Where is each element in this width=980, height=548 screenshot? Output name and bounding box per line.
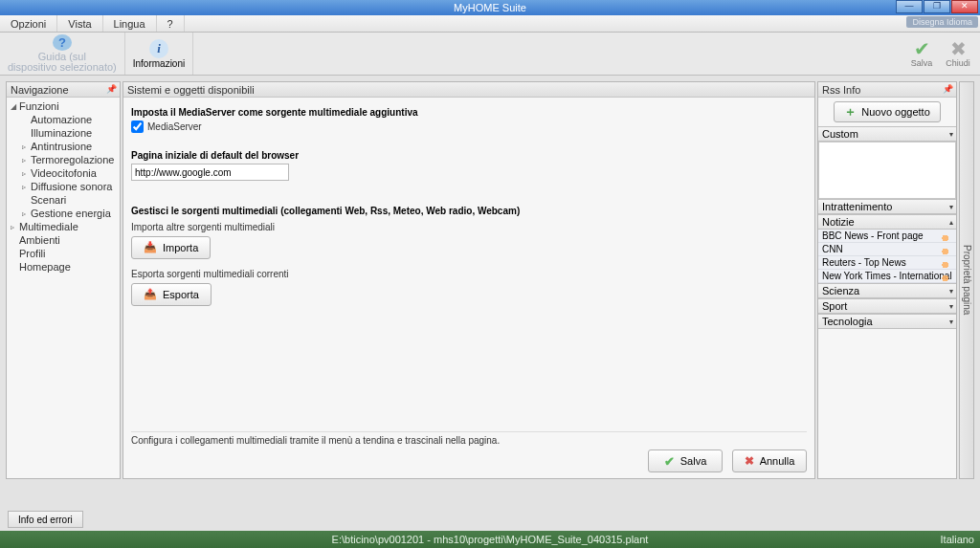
window-close-button[interactable]: ✕: [951, 0, 978, 13]
tree-item[interactable]: Profili: [7, 247, 120, 260]
chevron-down-icon: ▾: [949, 302, 953, 311]
check-icon: ✔: [664, 454, 675, 469]
chevron-up-icon: ▴: [949, 218, 953, 227]
chevron-down-icon: ▾: [949, 287, 953, 296]
tree-item[interactable]: ▹Gestione energia: [7, 207, 120, 220]
info-errors-tab[interactable]: Info ed errori: [8, 511, 83, 528]
mediaserver-label: MediaServer: [147, 121, 202, 132]
export-button[interactable]: 📤 Esporta: [131, 283, 212, 306]
close-icon: ✖: [950, 39, 967, 58]
rss-icon: [942, 272, 953, 281]
tree-item[interactable]: Homepage: [7, 260, 120, 274]
export-icon: 📤: [144, 288, 157, 301]
import-button[interactable]: 📥 Importa: [131, 236, 211, 259]
tree-item[interactable]: Ambienti: [7, 233, 120, 247]
tree-item[interactable]: ▹Multimediale: [7, 220, 120, 233]
tree-item[interactable]: Automazione: [7, 113, 120, 126]
chevron-down-icon: ▾: [949, 318, 953, 326]
chevron-down-icon: ▾: [949, 203, 953, 211]
save-button[interactable]: ✔ Salva: [648, 449, 723, 472]
tree-item[interactable]: ◢Funzioni: [7, 99, 120, 113]
maximize-button[interactable]: ❐: [924, 0, 950, 13]
main-hint: Configura i collegamenti multimediali tr…: [131, 431, 807, 446]
tree-item[interactable]: ▹Antintrusione: [7, 140, 120, 153]
toolbar-save-button[interactable]: ✔ Salva: [905, 34, 938, 73]
new-object-button[interactable]: ＋ Nuovo oggetto: [834, 101, 941, 122]
chevron-down-icon: ▾: [949, 130, 953, 139]
import-desc: Importa altre sorgenti multimediali: [131, 222, 807, 232]
cat-intrattenimento[interactable]: Intrattenimento▾: [818, 199, 956, 214]
cat-notizie[interactable]: Notizie▴: [818, 214, 956, 230]
section-browser-heading: Pagina iniziale di default del browser: [131, 150, 807, 161]
cancel-icon: ✖: [745, 454, 754, 468]
tree-item[interactable]: ▹Termoregolazione: [7, 153, 120, 166]
pin-icon[interactable]: 📌: [106, 84, 117, 94]
toolbar-guide-button[interactable]: ? Guida (sul dispositivo selezionato): [0, 33, 125, 75]
section-sources-heading: Gestisci le sorgenti multimediali (colle…: [131, 206, 807, 216]
plus-icon: ＋: [844, 103, 857, 121]
tree-item[interactable]: Scenari: [7, 193, 120, 207]
navigation-panel: Navigazione 📌 ◢FunzioniAutomazioneIllumi…: [6, 81, 121, 479]
toolbar-info-label: Informazioni: [133, 59, 185, 69]
main-panel: Sistemi e oggetti disponibili Imposta il…: [122, 81, 815, 479]
cat-tecnologia[interactable]: Tecnologia▾: [818, 314, 956, 329]
status-path: E:\bticino\pv001201 - mhs10\progetti\MyH…: [332, 534, 649, 545]
window-title: MyHOME Suite: [454, 2, 526, 13]
menu-opzioni[interactable]: Opzioni: [0, 15, 57, 32]
check-icon: ✔: [914, 39, 930, 58]
mediaserver-checkbox[interactable]: [131, 121, 144, 133]
rss-icon: [942, 245, 953, 254]
toolbar-info-button[interactable]: i Informazioni: [125, 33, 193, 75]
menu-badge: Disegna Idioma: [906, 16, 978, 28]
rss-feed-item[interactable]: CNN: [818, 243, 956, 256]
info-icon: i: [149, 39, 168, 58]
toolbar-close-button[interactable]: ✖ Chiudi: [942, 34, 974, 73]
minimize-button[interactable]: —: [896, 0, 923, 13]
menu-lingua[interactable]: Lingua: [103, 15, 157, 32]
rss-feed-item[interactable]: Reuters - Top News: [818, 256, 956, 270]
custom-dropdown[interactable]: Custom▾: [818, 126, 956, 142]
main-header: Sistemi e oggetti disponibili: [123, 82, 814, 98]
export-desc: Esporta sorgenti multimediali correnti: [131, 269, 807, 279]
page-properties-tab[interactable]: Proprietà pagina: [959, 81, 974, 479]
statusbar: E:\bticino\pv001201 - mhs10\progetti\MyH…: [0, 531, 980, 548]
rss-icon: [942, 231, 953, 241]
section-mediaserver-heading: Imposta il MediaServer come sorgente mul…: [131, 107, 807, 118]
help-icon: ?: [53, 34, 72, 51]
toolbar: ? Guida (sul dispositivo selezionato) i …: [0, 33, 980, 76]
menu-vista[interactable]: Vista: [57, 15, 102, 32]
menubar: Opzioni Vista Lingua ? Disegna Idioma: [0, 15, 980, 33]
rss-header: Rss Info 📌: [818, 82, 956, 98]
cat-scienza[interactable]: Scienza▾: [818, 283, 956, 298]
browser-url-input[interactable]: [131, 164, 289, 181]
rss-panel: Rss Info 📌 ＋ Nuovo oggetto Custom▾ Intra…: [817, 81, 957, 479]
tree-item[interactable]: ▹Videocitofonia: [7, 166, 120, 180]
import-icon: 📥: [144, 241, 157, 254]
status-lang: Italiano: [941, 534, 974, 545]
nav-header: Navigazione 📌: [7, 82, 120, 98]
rss-icon: [942, 258, 953, 268]
titlebar: MyHOME Suite — ❐ ✕: [0, 0, 980, 15]
rss-feed-item[interactable]: New York Times - International: [818, 270, 956, 283]
pin-icon[interactable]: 📌: [943, 84, 953, 94]
custom-empty-area: [818, 142, 956, 199]
tree-item[interactable]: Illuminazione: [7, 126, 120, 140]
menu-help[interactable]: ?: [157, 15, 185, 32]
cancel-button[interactable]: ✖ Annulla: [732, 449, 807, 472]
cat-sport[interactable]: Sport▾: [818, 298, 956, 314]
nav-tree: ◢FunzioniAutomazioneIlluminazione▹Antint…: [7, 98, 120, 478]
rss-feed-item[interactable]: BBC News - Front page: [818, 230, 956, 243]
tree-item[interactable]: ▹Diffusione sonora: [7, 180, 120, 193]
